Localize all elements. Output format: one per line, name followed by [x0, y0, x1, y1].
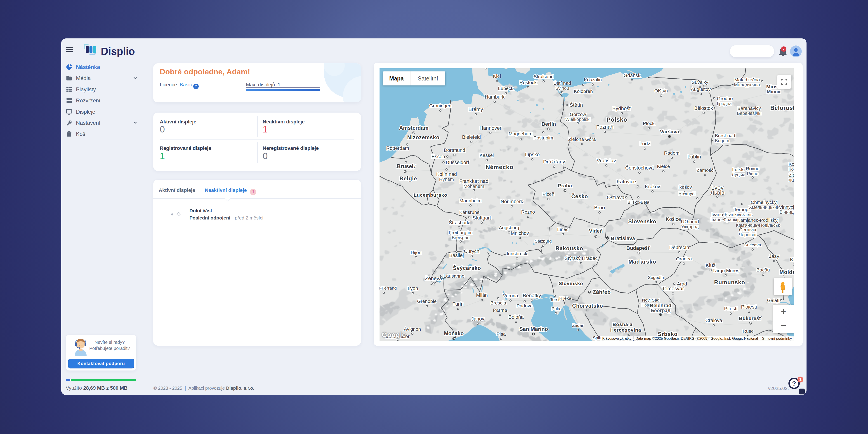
svg-text:Žitom: Žitom	[789, 173, 794, 178]
svg-text:Innsbruck: Innsbruck	[507, 251, 528, 256]
svg-text:Хмельницький: Хмельницький	[749, 205, 779, 210]
svg-text:Львів: Львів	[710, 189, 724, 196]
svg-text:Rotterdam: Rotterdam	[386, 145, 409, 151]
svg-text:Vinnycja: Vinnycja	[779, 204, 794, 210]
svg-text:Lyon: Lyon	[408, 285, 418, 291]
svg-text:Jasy: Jasy	[769, 253, 779, 259]
svg-text:Radom: Radom	[664, 150, 680, 156]
svg-text:Suceava: Suceava	[744, 243, 761, 247]
svg-text:Zadar: Zadar	[572, 323, 583, 328]
svg-text:Magdeburg: Magdeburg	[508, 131, 532, 136]
svg-text:Čenstochová: Čenstochová	[625, 165, 654, 170]
svg-text:Slovensko: Slovensko	[628, 219, 656, 224]
svg-text:Bielefeld: Bielefeld	[462, 134, 481, 140]
svg-text:Kolobřeh: Kolobřeh	[574, 89, 593, 94]
svg-text:Řezno: Řezno	[521, 209, 535, 215]
svg-text:Augsburg: Augsburg	[499, 225, 519, 230]
svg-text:Varšava: Varšava	[660, 129, 679, 134]
svg-text:Lausanne: Lausanne	[443, 273, 464, 278]
svg-text:Rovno: Rovno	[746, 166, 760, 171]
svg-text:Linec: Linec	[557, 227, 568, 232]
svg-text:Mannheim: Mannheim	[459, 198, 482, 203]
svg-text:Hercegovina: Hercegovina	[610, 327, 641, 333]
svg-text:Ternopil: Ternopil	[734, 207, 750, 212]
svg-text:Pisa: Pisa	[497, 331, 506, 337]
svg-text:Baranavičy: Baranavičy	[737, 105, 761, 111]
svg-text:Lübeck: Lübeck	[498, 86, 513, 91]
svg-text:Lutsk: Lutsk	[732, 167, 744, 172]
svg-text:Gorzów: Gorzów	[569, 112, 586, 117]
svg-text:Bosna a: Bosna a	[613, 322, 633, 327]
svg-text:Мінск: Мінск	[767, 89, 780, 94]
svg-text:Bugem: Bugem	[715, 138, 729, 143]
svg-text:Koszalin: Koszalin	[584, 77, 602, 82]
svg-text:Belgie: Belgie	[399, 176, 417, 182]
svg-text:Monako: Monako	[444, 331, 464, 336]
svg-text:Záhřeb: Záhřeb	[593, 289, 611, 295]
svg-text:Grenoble: Grenoble	[417, 299, 436, 304]
svg-text:Slovinsko: Slovinsko	[559, 281, 583, 286]
svg-text:Groningen: Groningen	[429, 103, 452, 108]
svg-text:Galați: Galați	[767, 298, 779, 303]
svg-text:Berlín: Berlín	[541, 121, 556, 127]
svg-text:Chorvatsko: Chorvatsko	[572, 303, 603, 309]
svg-text:Луцьк: Луцьк	[732, 172, 744, 177]
svg-text:Stuttgart: Stuttgart	[472, 215, 491, 221]
svg-text:Temešvár: Temešvár	[662, 286, 684, 291]
svg-text:Avignon: Avignon	[404, 327, 421, 332]
svg-text:Verona: Verona	[503, 293, 518, 298]
svg-text:Suvalky: Suvalky	[692, 80, 708, 85]
svg-text:Plzeň: Plzeň	[542, 191, 555, 197]
svg-text:Krakov: Krakov	[645, 184, 660, 189]
svg-text:Маладзечна: Маладзечна	[734, 82, 760, 87]
svg-text:Košice: Košice	[666, 216, 681, 222]
svg-text:Vratislav: Vratislav	[597, 158, 616, 163]
svg-text:Hamburk: Hamburk	[485, 94, 504, 100]
svg-text:Rýnem: Rýnem	[439, 177, 454, 182]
svg-text:Mohanem: Mohanem	[463, 184, 484, 189]
svg-text:Karlsruhe: Karlsruhe	[459, 210, 480, 215]
svg-text:Maladzečna: Maladzečna	[735, 77, 760, 82]
svg-text:Olštýn: Olštýn	[654, 88, 668, 93]
svg-text:Вінниця: Вінниця	[780, 210, 794, 215]
svg-text:Brescia: Brescia	[490, 300, 506, 305]
svg-text:Kamjanec-Podilskyj: Kamjanec-Podilskyj	[737, 217, 778, 223]
svg-text:Корост: Корост	[789, 166, 794, 172]
svg-text:Grodno: Grodno	[717, 96, 733, 101]
svg-text:Београд: Београд	[651, 308, 671, 313]
svg-text:Dortmund: Dortmund	[444, 147, 465, 153]
svg-text:...ont-Ferrand: ...ont-Ferrand	[379, 286, 397, 290]
svg-text:Rakousko: Rakousko	[555, 245, 583, 251]
svg-text:Kiši: Kiši	[790, 257, 794, 262]
svg-text:Drážďany: Drážďany	[543, 159, 565, 164]
svg-text:Štětín: Štětín	[569, 102, 583, 108]
svg-text:Postupim: Postupim	[533, 135, 553, 141]
svg-text:Essen: Essen	[432, 154, 445, 159]
svg-text:Lucembursko: Lucembursko	[414, 192, 447, 197]
svg-text:Ruse: Ruse	[743, 329, 754, 334]
svg-text:Rumunsko: Rumunsko	[714, 279, 745, 285]
svg-text:Budapešť: Budapešť	[626, 245, 650, 251]
svg-text:Kluž: Kluž	[706, 262, 716, 268]
svg-text:Kiel: Kiel	[493, 73, 501, 79]
svg-text:Německo: Německo	[486, 164, 513, 170]
svg-text:Terst: Terst	[550, 297, 560, 302]
svg-text:Târgu Mureș: Târgu Mureș	[712, 268, 739, 273]
svg-text:Turín: Turín	[453, 301, 464, 307]
svg-text:Moldavs: Moldavs	[779, 269, 794, 275]
svg-text:Freiburg im: Freiburg im	[449, 230, 473, 235]
svg-text:Lipsko: Lipsko	[525, 152, 540, 157]
svg-text:Brest nad: Brest nad	[715, 133, 735, 138]
svg-text:Polsko: Polsko	[607, 116, 627, 123]
svg-text:Amsterdam: Amsterdam	[399, 125, 429, 131]
svg-text:Ostrava: Ostrava	[607, 195, 625, 200]
svg-text:Рівне: Рівне	[747, 171, 758, 176]
svg-text:Štrasburk: Štrasburk	[449, 220, 469, 225]
svg-text:Štýrský Hradec: Štýrský Hradec	[565, 255, 598, 261]
svg-text:Гродна: Гродна	[717, 101, 732, 106]
svg-text:Švýcarsko: Švýcarsko	[453, 265, 481, 271]
svg-text:Debrecín: Debrecín	[669, 245, 689, 250]
svg-text:Düsseldorf: Düsseldorf	[446, 160, 469, 165]
svg-text:Lodž: Lodž	[640, 141, 651, 147]
svg-text:Novi Sad: Novi Sad	[642, 298, 659, 303]
